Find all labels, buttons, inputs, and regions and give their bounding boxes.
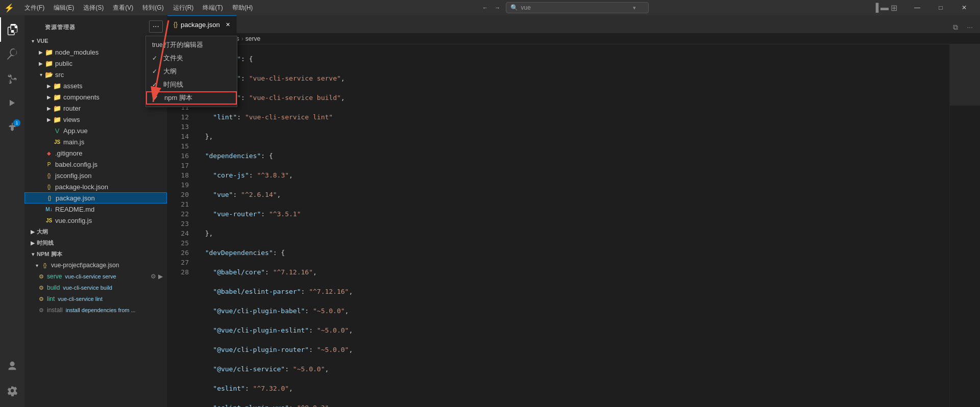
panel-toggle-btn[interactable]: ▬ — [880, 3, 889, 12]
activity-account[interactable] — [0, 354, 24, 378]
npm-script-icon-lint: ⚙ — [39, 296, 44, 302]
git-file-icon: ◆ — [45, 149, 53, 157]
npm-script-serve[interactable]: ⚙ serve vue-cli-service serve ⚙ ▶ — [24, 271, 167, 282]
search-dropdown-icon[interactable]: ▾ — [633, 5, 636, 11]
npm-label: NPM 脚本 — [37, 250, 62, 258]
js-vue-config-icon: JS — [45, 216, 53, 224]
tree-label-views: views — [63, 116, 80, 123]
outline-arrow-icon: ▶ — [29, 227, 37, 236]
nav-back-btn[interactable]: ← — [481, 4, 489, 12]
folder-assets-icon: 📁 — [53, 82, 61, 90]
maximize-btn[interactable]: □ — [929, 0, 952, 15]
tree-label-package-lock: package-lock.json — [55, 183, 108, 191]
menu-item-folder[interactable]: ✓ 文件夹 — [146, 52, 237, 65]
breadcrumb-part-2[interactable]: serve — [246, 35, 260, 42]
tree-item-readme[interactable]: ▶ M↓ README.md — [24, 204, 167, 215]
npm-arrow-icon: ▾ — [29, 250, 37, 258]
menu-label-npm: npm 脚本 — [164, 93, 192, 103]
menu-edit[interactable]: 编辑(E) — [50, 3, 78, 13]
outline-section-header[interactable]: ▶ 大纲 — [24, 226, 167, 237]
activity-settings[interactable] — [0, 378, 24, 403]
tab-package-json[interactable]: {} package.json ✕ — [167, 15, 237, 33]
activity-run-debug[interactable] — [0, 91, 24, 115]
close-btn[interactable]: ✕ — [952, 0, 976, 15]
minimize-btn[interactable]: — — [905, 0, 929, 15]
layout-split-btn[interactable]: ⊞ — [891, 3, 897, 13]
folder-src-icon: 📂 — [45, 70, 53, 79]
menu-view[interactable]: 查看(V) — [109, 3, 137, 13]
tree-item-vue-config[interactable]: ▶ JS vue.config.js — [24, 215, 167, 226]
layout-controls: ▐ ▬ ⊞ — [873, 3, 897, 13]
folder-public-icon: 📁 — [45, 59, 53, 67]
search-bar[interactable]: 🔍 vue ▾ — [506, 2, 649, 13]
js-file-icon: JS — [53, 138, 61, 146]
npm-project-item[interactable]: ▾ {} vue-project\package.json — [24, 260, 167, 271]
tree-item-gitignore[interactable]: ▶ ◆ .gitignore — [24, 147, 167, 159]
npm-script-build[interactable]: ⚙ build vue-cli-service build — [24, 282, 167, 293]
npm-serve-run-btn[interactable]: ▶ — [158, 273, 163, 280]
tree-arrow-node-modules: ▶ — [37, 48, 45, 56]
menu-help[interactable]: 帮助(H) — [228, 3, 257, 13]
activity-source-control[interactable] — [0, 66, 24, 91]
titlebar: ⚡ 文件(F) 编辑(E) 选择(S) 查看(V) 转到(G) 运行(R) 终端… — [0, 0, 980, 15]
breadcrumb-sep-2: › — [241, 35, 243, 42]
menu-item-npm-scripts[interactable]: ✓ npm 脚本 — [146, 91, 237, 105]
npm-section-header[interactable]: ▾ NPM 脚本 — [24, 248, 167, 260]
menu-run[interactable]: 运行(R) — [169, 3, 198, 13]
tree-arrow-router: ▶ — [45, 104, 53, 112]
code-content[interactable]: "scripts": { "serve": "vue-cli-service s… — [193, 44, 949, 407]
sidebar-more-btn[interactable]: ··· — [149, 20, 163, 33]
menu-item-open-editors[interactable]: true 打开的编辑器 — [146, 38, 237, 52]
activity-search[interactable] — [0, 42, 24, 66]
menu-item-outline[interactable]: ✓ 大纲 — [146, 65, 237, 78]
menu-terminal[interactable]: 终端(T) — [199, 3, 227, 13]
tree-item-package-json[interactable]: ▶ {} package.json — [24, 192, 167, 204]
npm-serve-name: serve — [47, 273, 62, 280]
menu-label-outline: 大纲 — [163, 67, 177, 76]
menu-item-timeline[interactable]: ✓ 时间线 — [146, 78, 237, 91]
tree-label-app-vue: App.vue — [63, 127, 88, 135]
split-editor-btn[interactable]: ⧉ — [949, 21, 962, 33]
npm-script-lint[interactable]: ⚙ lint vue-cli-service lint — [24, 293, 167, 304]
activity-explorer[interactable] — [0, 17, 24, 42]
editor-area: {} package.json ✕ ⧉ ··· package.json › {… — [167, 15, 980, 407]
menu-goto[interactable]: 转到(G) — [138, 3, 167, 13]
npm-build-cmd: vue-cli-service build — [63, 285, 112, 291]
vue-file-icon: V — [53, 126, 61, 135]
code-editor[interactable]: 5 6 7 8 9 10 11 12 13 14 15 16 17 18 19 … — [167, 44, 980, 407]
npm-serve-actions: ⚙ ▶ — [151, 273, 167, 280]
menu-check-open-editors: true — [152, 41, 159, 48]
menu-file[interactable]: 文件(F) — [20, 3, 48, 13]
npm-serve-settings-btn[interactable]: ⚙ — [151, 273, 156, 280]
tree-arrow-public: ▶ — [37, 59, 45, 67]
tree-label-jsconfig: jsconfig.json — [55, 172, 92, 180]
tree-item-views[interactable]: ▶ 📁 views — [24, 114, 167, 125]
menu-bar: 文件(F) 编辑(E) 选择(S) 查看(V) 转到(G) 运行(R) 终端(T… — [20, 3, 257, 13]
tab-more-btn[interactable]: ··· — [964, 21, 976, 33]
tree-item-babel[interactable]: ▶ P babel.config.js — [24, 159, 167, 170]
npm-script-icon-build: ⚙ — [39, 285, 44, 291]
tree-label-public: public — [55, 60, 72, 67]
search-icon: 🔍 — [510, 4, 518, 11]
tree-label-vue: VUE — [37, 38, 48, 44]
npm-install-name: install — [47, 307, 63, 314]
tree-item-main-js[interactable]: ▶ JS main.js — [24, 136, 167, 147]
timeline-arrow-icon: ▶ — [29, 239, 37, 247]
tab-close-btn[interactable]: ✕ — [224, 20, 232, 29]
outline-label: 大纲 — [37, 228, 48, 236]
tree-label-assets: assets — [63, 82, 83, 90]
tab-label: package.json — [181, 21, 220, 29]
tree-label-main-js: main.js — [63, 138, 84, 146]
nav-forward-btn[interactable]: → — [494, 4, 502, 12]
npm-script-install[interactable]: ⚙ install install dependencies from ... — [24, 304, 167, 316]
folder-router-icon: 📁 — [53, 104, 61, 112]
menu-select[interactable]: 选择(S) — [79, 3, 108, 13]
tree-item-jsconfig[interactable]: ▶ {} jsconfig.json — [24, 170, 167, 181]
sidebar-toggle-btn[interactable]: ▐ — [873, 3, 878, 12]
activity-extensions[interactable]: 1 — [0, 115, 24, 140]
tree-label-package-json: package.json — [56, 194, 95, 202]
menu-check-npm: ✓ — [153, 94, 160, 101]
timeline-section-header[interactable]: ▶ 时间线 — [24, 237, 167, 248]
tree-item-package-lock[interactable]: ▶ {} package-lock.json — [24, 181, 167, 192]
tree-item-app-vue[interactable]: ▶ V App.vue — [24, 125, 167, 136]
